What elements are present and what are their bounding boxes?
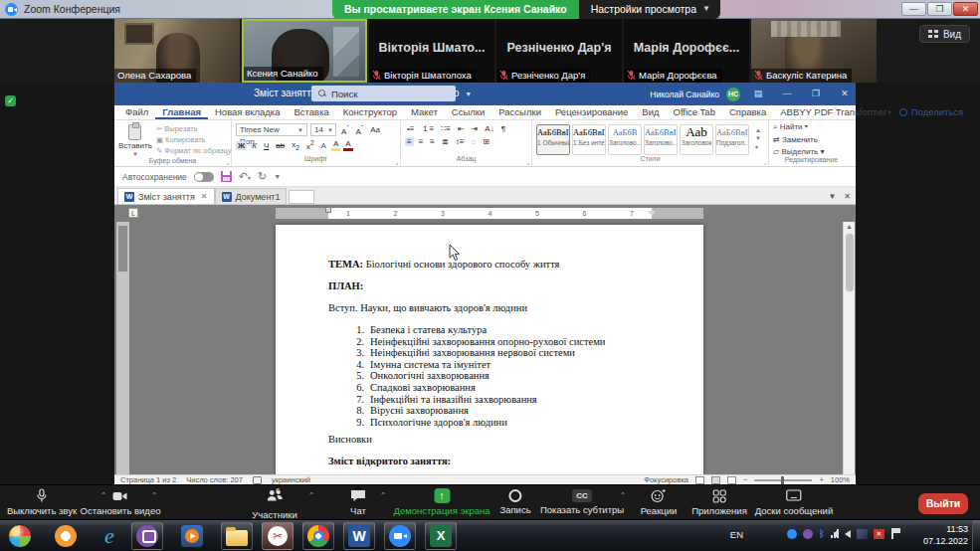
tab-mailings[interactable]: Рассылки (491, 106, 548, 119)
chat-options-chevron[interactable]: ⌃ (380, 491, 387, 500)
word-minimize-button[interactable]: — (776, 83, 798, 105)
captions-options-chevron[interactable]: ⌃ (620, 491, 627, 500)
style-normal[interactable]: АаБбВвГг 1 Обычный (536, 124, 570, 155)
tab-new[interactable]: Новая вкладка (208, 106, 287, 119)
error-tray-icon[interactable]: ✕ (874, 529, 884, 539)
font-color-button[interactable]: А (343, 139, 352, 151)
document-page[interactable]: ТЕМА: Біологічні основи здорового способ… (276, 225, 703, 474)
language-indicator[interactable]: украинский (272, 475, 310, 484)
shading-button[interactable]: ◌ (469, 137, 478, 146)
line-spacing-button[interactable]: ↕≡ (454, 137, 467, 146)
dialog-launcher-icon[interactable]: ⌟ (226, 158, 229, 165)
numbering-button[interactable]: １≡ (419, 123, 436, 134)
styles-scroll-down[interactable]: ▼ (755, 135, 761, 141)
ribbon-display-options-button[interactable]: ▤ (747, 83, 769, 105)
tabs-menu-chevron[interactable]: ▼ (828, 192, 836, 201)
start-button[interactable] (4, 522, 36, 550)
style-subtitle[interactable]: АаБбВвГ Подзагол... (715, 124, 749, 155)
reactions-button[interactable]: Реакции (641, 488, 678, 516)
read-mode-icon[interactable] (695, 476, 704, 484)
restore-button[interactable]: ❐ (927, 2, 952, 16)
tab-home[interactable]: Главная (155, 106, 208, 119)
web-layout-icon[interactable] (727, 476, 736, 484)
dialog-launcher-icon[interactable]: ⌟ (526, 158, 529, 165)
view-layout-button[interactable]: Вид (919, 25, 970, 43)
tab-review[interactable]: Рецензирование (548, 106, 635, 119)
zoom-in-button[interactable]: + (819, 475, 823, 484)
page-indicator[interactable]: Страница 1 из 2 (120, 475, 176, 484)
dialog-launcher-icon[interactable]: ⌟ (395, 158, 398, 165)
style-heading2[interactable]: АаБбВвГ Заголово... (644, 124, 678, 155)
doc-tab-current[interactable]: W Зміст заняття ✕ (117, 188, 215, 204)
text-effects-button[interactable]: А (319, 141, 328, 150)
zoom-tray-icon[interactable] (787, 529, 797, 539)
close-tab-icon[interactable]: ✕ (201, 192, 208, 201)
print-layout-icon[interactable] (711, 476, 720, 484)
captions-button[interactable]: CC Показать субтитры (540, 488, 624, 515)
participants-options-chevron[interactable]: ⌃ (308, 491, 315, 500)
participant-tile[interactable]: Олена Сахарова (114, 19, 240, 83)
bold-button[interactable]: Ж (236, 141, 247, 150)
taskbar-ie-button[interactable]: e (94, 522, 125, 550)
underline-button[interactable]: Ч (262, 141, 271, 150)
style-title[interactable]: Аab Заголовок (680, 124, 713, 155)
align-left-button[interactable]: ≡ (405, 137, 414, 146)
view-settings-button[interactable]: Настройки просмотра ▼ (579, 0, 720, 19)
new-doc-tab-button[interactable] (289, 190, 314, 204)
style-no-spacing[interactable]: АаБбВвГг 1 Без инте... (572, 124, 606, 155)
sort-button[interactable]: А↓ (483, 124, 495, 133)
zoom-slider[interactable] (754, 479, 812, 481)
horizontal-ruler[interactable]: 12 34 56 7 (276, 208, 703, 219)
cut-button[interactable]: ✂ Вырезать (156, 124, 232, 133)
taskbar-media-player-button[interactable] (176, 522, 208, 550)
word-restore-button[interactable]: ❐ (805, 83, 827, 105)
format-painter-button[interactable]: ✎ Формат по образцу (156, 146, 232, 155)
taskbar-clock[interactable]: 11:53 07.12.2022 (923, 523, 968, 547)
chat-button[interactable]: Чат (349, 488, 367, 516)
superscript-button[interactable]: x2 (304, 139, 316, 151)
participant-tile[interactable]: Баскуліс Катерина (751, 19, 877, 83)
increase-indent-button[interactable]: ⇥ (470, 124, 481, 133)
stop-video-button[interactable]: Остановить видео (81, 488, 161, 516)
taskbar-zoom-button[interactable] (384, 522, 416, 550)
align-center-button[interactable]: ≡ (417, 137, 426, 146)
scroll-up-icon[interactable]: ▲ (844, 222, 855, 232)
tab-insert[interactable]: Вставка (287, 106, 335, 119)
dialog-launcher-icon[interactable]: ⌟ (763, 158, 766, 165)
speaker-icon[interactable] (845, 530, 851, 538)
close-button[interactable]: ✕ (953, 2, 978, 16)
participant-tile[interactable]: Вікторія Шмато... Вікторія Шматолоха (369, 19, 494, 83)
qat-customize-chevron[interactable]: ▼ (274, 173, 281, 180)
undo-button[interactable]: ↶▾ (239, 170, 251, 183)
tab-file[interactable]: Файл (118, 106, 155, 119)
zoom-level[interactable]: 100% (831, 475, 850, 484)
styles-more[interactable]: ▾ (755, 143, 761, 150)
find-button[interactable]: ⌕ Найти ▾ (773, 122, 825, 132)
styles-scroll-up[interactable]: ▲ (755, 127, 761, 133)
taskbar-explorer-button[interactable] (221, 522, 253, 550)
tab-help[interactable]: Справка (722, 106, 773, 119)
viber-tray-icon[interactable] (803, 529, 813, 539)
bluetooth-icon[interactable]: ᛒ (819, 529, 825, 539)
select-button[interactable]: ▱ Выделить ▾ (773, 147, 825, 156)
tab-view[interactable]: Вид (635, 106, 666, 119)
align-right-button[interactable]: ≡ (428, 137, 437, 146)
multilevel-list-button[interactable]: ∷≡ (439, 124, 453, 133)
participant-tile[interactable]: Резніченко Дар'я Резніченко Дар'я (496, 19, 622, 83)
whiteboards-button[interactable]: Доски сообщений (755, 488, 833, 516)
taskbar-chrome-button[interactable] (302, 522, 334, 550)
subscript-button[interactable]: x2 (290, 140, 301, 151)
minimize-button[interactable]: — (901, 2, 926, 16)
apps-button[interactable]: Приложения (691, 488, 747, 516)
taskbar-word-button[interactable]: W (343, 522, 375, 550)
spellcheck-icon[interactable] (253, 476, 262, 484)
italic-button[interactable]: К (250, 141, 259, 150)
mute-button[interactable]: Выключить звук (7, 488, 77, 516)
paste-button[interactable]: Вставить ▼ (118, 122, 152, 157)
account-name[interactable]: Николай Санайко (650, 90, 719, 99)
language-indicator[interactable]: EN (730, 529, 743, 540)
app-tray-icon[interactable] (857, 529, 868, 539)
tab-abbyy[interactable]: ABBYY PDF Transformer+ (773, 106, 899, 119)
show-marks-button[interactable]: ¶ (499, 124, 507, 133)
grow-font-button[interactable]: Аˆ (339, 124, 351, 136)
